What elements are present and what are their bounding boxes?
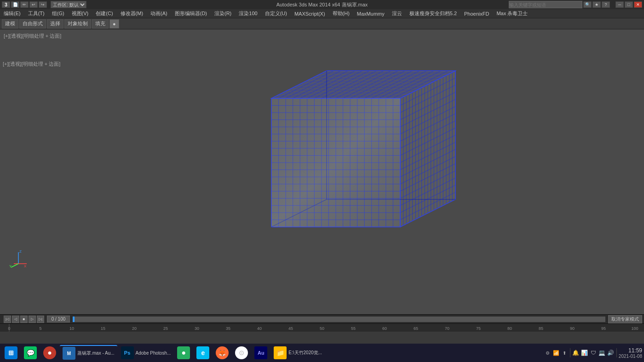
- title-bar: 3 📄 ✏ ↩ ↪ 工作区: 默认 Autodesk 3ds Max 2014 …: [0, 0, 644, 9]
- timeline-playhead: [73, 317, 75, 322]
- menu-group[interactable]: 组(G): [50, 9, 66, 18]
- firefox-app[interactable]: 🦊: [213, 345, 231, 361]
- timeline-stop[interactable]: ■: [20, 316, 28, 323]
- timeline-next-key[interactable]: ▷|: [37, 316, 44, 323]
- workspace-dropdown[interactable]: 工作区: 默认: [51, 1, 86, 8]
- wechat-app[interactable]: 💬: [21, 345, 40, 361]
- frame-counter[interactable]: 0 / 100: [47, 316, 70, 322]
- tray-icon-3[interactable]: 🛡: [590, 349, 597, 356]
- menu-phoenixfd[interactable]: PhoenixFD: [462, 10, 491, 17]
- tray-icons[interactable]: ⬆: [561, 349, 568, 356]
- menu-graph-editor[interactable]: 图形编辑器(D): [173, 9, 209, 18]
- clock[interactable]: 11:59 2021-01-08: [619, 347, 642, 359]
- menu-help[interactable]: 帮助(H): [331, 9, 351, 18]
- close-btn[interactable]: ✕: [634, 1, 642, 8]
- 3d-viewport-canvas[interactable]: [0, 29, 644, 314]
- menu-customize[interactable]: 自定义(U): [263, 9, 289, 18]
- menu-bar: 编辑(E) 工具(T) 组(G) 视图(V) 创建(C) 修改器(M) 动画(A…: [0, 9, 644, 18]
- main-toolbar: 建模 自由形式 选择 对象绘制 填充 ●: [0, 18, 644, 29]
- timeline-play-back[interactable]: ◁: [12, 316, 19, 323]
- toolbar-dot[interactable]: ●: [109, 19, 119, 28]
- folder-app[interactable]: 📁 E:\天竹2020觉...: [271, 345, 325, 361]
- cancel-expert-mode-btn[interactable]: 取消专家模式: [608, 315, 642, 323]
- 3dsmax-app[interactable]: M 蒸锅罩.max - Au...: [60, 345, 117, 361]
- browser-app[interactable]: e: [194, 345, 212, 361]
- title-bar-title: Autodesk 3ds Max 2014 x64 蒸锅罩.max: [276, 1, 368, 8]
- red-app-btn[interactable]: ●: [40, 345, 59, 361]
- start-button[interactable]: ⊞: [2, 345, 20, 361]
- ruler: 0510152025303540455055606570758085909510…: [0, 323, 644, 332]
- file-btn[interactable]: 📄: [11, 1, 19, 8]
- title-bar-left: 3 📄 ✏ ↩ ↪ 工作区: 默认: [2, 1, 86, 8]
- menu-antivirus[interactable]: Max 杀毒卫士: [494, 9, 529, 18]
- menu-edit[interactable]: 编辑(E): [2, 9, 23, 18]
- maximize-btn[interactable]: □: [625, 1, 633, 8]
- photoshop-label: Adobe Photosh...: [136, 351, 171, 356]
- menu-maxmummy[interactable]: MaxMummy: [355, 10, 386, 17]
- audition-app[interactable]: Au: [252, 345, 270, 361]
- tray-settings[interactable]: ⚙: [544, 349, 552, 356]
- minimize-btn[interactable]: ─: [615, 1, 624, 8]
- system-tray: ⚙ 📶 ⬆ 🔔 📊 🛡 💻 🔊 11:59 2021-01-08: [544, 347, 642, 359]
- clock-time: 11:59: [619, 347, 642, 354]
- viewport[interactable]: Z X Y: [0, 29, 644, 314]
- green-app-btn[interactable]: ●: [174, 345, 193, 361]
- menu-tools[interactable]: 工具(T): [26, 9, 46, 18]
- redo-btn[interactable]: ↪: [39, 1, 47, 8]
- timeline-scrubber[interactable]: [73, 317, 605, 322]
- search-icon-btn[interactable]: 🔍: [583, 1, 592, 8]
- menu-maxscript[interactable]: MAXScript(X): [293, 10, 327, 17]
- tray-icon-1[interactable]: 🔔: [572, 349, 580, 356]
- menu-view[interactable]: 视图(V): [70, 9, 91, 18]
- toolbar-selection[interactable]: 选择: [47, 19, 63, 28]
- menu-slim[interactable]: 极速瘦身安全归档5.2: [408, 9, 459, 18]
- menu-modifier[interactable]: 修改器(M): [119, 9, 145, 18]
- toolbar-paint[interactable]: 对象绘制: [64, 19, 91, 28]
- 3dsmax-label: 蒸锅罩.max - Au...: [77, 350, 115, 356]
- photoshop-app[interactable]: Ps Adobe Photosh...: [118, 345, 174, 361]
- clock-date: 2021-01-08: [619, 354, 642, 359]
- title-bar-right: 🔍 ★ ? ─ □ ✕: [509, 1, 642, 8]
- info-btn[interactable]: ?: [602, 1, 610, 8]
- tray-icon-5[interactable]: 🔊: [607, 349, 615, 356]
- timeline: |◁ ◁ ■ ▷ ▷| 0 / 100 取消专家模式: [0, 314, 644, 323]
- chrome-app[interactable]: ⊙: [232, 345, 251, 361]
- menu-animation[interactable]: 动画(A): [149, 9, 169, 18]
- search-input[interactable]: [509, 1, 582, 8]
- star-btn[interactable]: ★: [592, 1, 601, 8]
- undo-btn[interactable]: ↩: [29, 1, 38, 8]
- tray-icon-4[interactable]: 💻: [598, 349, 606, 356]
- menu-render100[interactable]: 渲染100: [237, 9, 259, 18]
- svg-line-4: [11, 264, 18, 267]
- tray-network[interactable]: 📶: [552, 349, 560, 356]
- svg-text:X: X: [24, 264, 27, 268]
- taskbar: ⊞ 💬 ● M 蒸锅罩.max - Au... Ps Adobe Photosh…: [0, 344, 644, 362]
- menu-render[interactable]: 渲染(R): [213, 9, 233, 18]
- tray-icon-2[interactable]: 📊: [581, 349, 588, 356]
- toolbar-fill[interactable]: 填充: [92, 19, 109, 28]
- timeline-controls: |◁ ◁ ■ ▷ ▷|: [2, 316, 46, 323]
- edit-toolbar-btn[interactable]: ✏: [20, 1, 29, 8]
- svg-text:Y: Y: [9, 264, 12, 268]
- svg-text:Z: Z: [19, 250, 22, 254]
- tray-icons-group: 🔔 📊 🛡 💻 🔊: [572, 349, 615, 356]
- timeline-prev-key[interactable]: |◁: [4, 316, 11, 323]
- app-logo-btn[interactable]: 3: [2, 1, 10, 8]
- menu-cloud[interactable]: 渲云: [390, 9, 404, 18]
- timeline-play-fwd[interactable]: ▷: [29, 316, 36, 323]
- menu-create[interactable]: 创建(C): [94, 9, 115, 18]
- toolbar-freeform[interactable]: 自由形式: [19, 19, 46, 28]
- toolbar-modeling[interactable]: 建模: [2, 19, 18, 28]
- axis-indicator: Z X Y: [9, 250, 28, 268]
- folder-label: E:\天竹2020觉...: [288, 350, 322, 356]
